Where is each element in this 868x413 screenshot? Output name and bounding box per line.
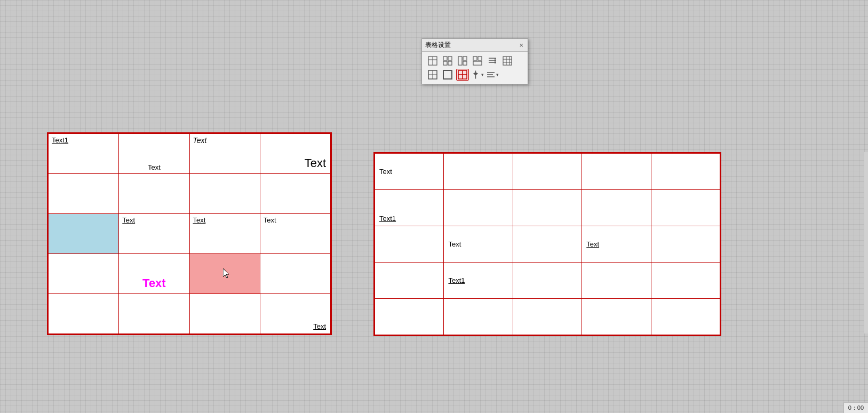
status-bar: 0：00 [843, 402, 868, 413]
table-cell-blue [49, 214, 119, 254]
svg-rect-4 [448, 57, 452, 60]
table-cell: Text [260, 294, 330, 334]
table-cell [513, 154, 582, 190]
table-cell [582, 299, 651, 335]
dialog-close-button[interactable]: × [518, 42, 524, 49]
left-table: Text1 Text Text Text Text [48, 133, 331, 334]
svg-marker-30 [473, 72, 476, 75]
table-cell [119, 174, 189, 214]
table-cell: Text1 [444, 263, 513, 299]
svg-rect-5 [443, 61, 447, 65]
dialog-title: 表格设置 [425, 41, 451, 50]
table-row: Text1 Text Text Text [49, 134, 331, 174]
table-row: Text Text Text [49, 214, 331, 254]
table-cell [444, 154, 513, 190]
svg-rect-6 [448, 61, 452, 65]
table-cell [582, 154, 651, 190]
table-cell [49, 254, 119, 294]
svg-rect-3 [443, 57, 447, 60]
table-cell: Text [189, 134, 260, 174]
table-cell: Text [375, 154, 444, 190]
table-cell: Text1 [375, 190, 444, 226]
table-cell [651, 154, 720, 190]
table-cell [375, 299, 444, 335]
scrollbar-right[interactable] [864, 152, 868, 333]
border-inner-icon[interactable] [456, 69, 469, 81]
right-table: Text Text1 Text Text [375, 153, 720, 335]
insert-table-icon[interactable] [426, 55, 439, 67]
table-cell: Text [582, 226, 651, 263]
right-table-wrapper: Text Text1 Text Text [373, 152, 721, 336]
cell-text: Text [586, 240, 599, 248]
status-time: 0：00 [848, 404, 864, 411]
table-cell [651, 299, 720, 335]
cell-text: Text1 [448, 276, 465, 284]
table-cell [119, 294, 189, 334]
svg-rect-17 [503, 57, 512, 65]
table-cell [260, 174, 330, 214]
cell-text: Text [193, 216, 206, 224]
table-row: Text [49, 254, 331, 294]
table-cell: Text [189, 214, 260, 254]
table-cell [444, 190, 513, 226]
dialog-icon-row-2: ▾ ▾ [426, 69, 523, 81]
table-cell [513, 299, 582, 335]
merge-cells-icon[interactable] [441, 55, 454, 67]
table-cell [651, 190, 720, 226]
cell-text: Text [193, 136, 207, 145]
table-row: Text [375, 154, 720, 190]
table-cell [582, 263, 651, 299]
svg-marker-31 [476, 72, 479, 75]
svg-rect-9 [463, 61, 467, 65]
svg-rect-10 [473, 57, 477, 60]
table-cell: Text [260, 214, 330, 254]
table-row: Text Text [375, 226, 720, 263]
table-cell [49, 174, 119, 214]
split-h-icon[interactable] [456, 55, 469, 67]
align-horizontal-icon[interactable]: ▾ [471, 69, 484, 81]
table-style-icon[interactable] [486, 55, 499, 67]
table-row [375, 299, 720, 335]
svg-rect-11 [478, 57, 482, 60]
cell-text-magenta: Text [142, 276, 166, 290]
table-cell: Text [260, 134, 330, 174]
table-row: Text1 [375, 263, 720, 299]
cell-text: Text [305, 156, 326, 170]
table-row: Text1 [375, 190, 720, 226]
table-cell [189, 174, 260, 214]
table-row [49, 174, 331, 214]
table-cell [513, 190, 582, 226]
table-cell [651, 263, 720, 299]
table-cell [375, 226, 444, 263]
table-cell: Text1 [49, 134, 119, 174]
svg-rect-8 [463, 57, 467, 60]
cell-text: Text [148, 163, 161, 171]
svg-rect-12 [473, 61, 482, 65]
table-row: Text [49, 294, 331, 334]
border-outer-icon[interactable] [441, 69, 454, 81]
cell-text: Text [264, 216, 276, 224]
table-cell [49, 294, 119, 334]
table-props-icon[interactable] [501, 55, 514, 67]
cell-text: Text [313, 322, 326, 330]
table-cell [375, 263, 444, 299]
cell-text: Text [448, 240, 461, 248]
border-all-icon[interactable] [426, 69, 439, 81]
cell-text: Text1 [379, 215, 396, 223]
table-settings-dialog: 表格设置 × [421, 38, 528, 84]
split-v-icon[interactable] [471, 55, 484, 67]
table-cell: Text [119, 214, 189, 254]
table-cell [189, 294, 260, 334]
svg-rect-25 [443, 70, 452, 79]
table-cell-pink [189, 254, 260, 294]
table-cell [260, 254, 330, 294]
dialog-icon-row-1 [426, 55, 523, 67]
cell-text: Text [379, 168, 392, 176]
text-align-icon[interactable]: ▾ [486, 69, 499, 81]
cell-text: Text1 [52, 136, 68, 144]
table-cell [651, 226, 720, 263]
svg-rect-7 [458, 57, 462, 65]
table-cell [513, 226, 582, 263]
dialog-body: ▾ ▾ [422, 52, 528, 84]
cell-text: Text [122, 216, 135, 224]
